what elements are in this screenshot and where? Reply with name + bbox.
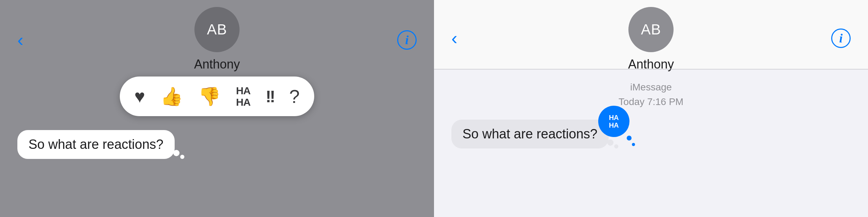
- reaction-heart[interactable]: ♥: [134, 86, 145, 107]
- bubble-wrap-right: So what are reactions? HAHA: [451, 120, 609, 148]
- nav-bar-right: ‹ AB Anthony i: [434, 0, 868, 70]
- contact-center-left: AB Anthony: [194, 7, 240, 72]
- timestamp: iMessage Today 7:16 PM: [619, 80, 684, 109]
- reaction-thumbsup[interactable]: 👍: [160, 86, 183, 107]
- panel-right: ‹ AB Anthony i iMessage Today 7:16 PM So…: [434, 0, 868, 217]
- contact-name-left: Anthony: [194, 57, 240, 72]
- contact-center-right: AB Anthony: [628, 7, 674, 72]
- nav-bar-left: ‹ AB Anthony i: [0, 0, 434, 73]
- reaction-exclaim[interactable]: !!: [266, 87, 274, 106]
- back-button-right[interactable]: ‹: [451, 29, 457, 47]
- reaction-picker: ♥ 👍 👎 HAHA !! ?: [120, 77, 314, 116]
- nav-divider: [434, 69, 868, 69]
- back-button-left[interactable]: ‹: [17, 31, 23, 49]
- avatar-right[interactable]: AB: [628, 7, 674, 52]
- haha-badge-dot: [632, 143, 635, 146]
- message-bubble-right: So what are reactions?: [451, 120, 609, 148]
- avatar-left[interactable]: AB: [194, 7, 240, 52]
- info-button-right[interactable]: i: [831, 29, 851, 48]
- panel-left: ‹ AB Anthony i ♥ 👍 👎 HAHA !! ? So what a…: [0, 0, 434, 217]
- haha-reaction-badge[interactable]: HAHA: [598, 106, 629, 137]
- message-area-right: iMessage Today 7:16 PM So what are react…: [434, 70, 868, 217]
- message-bubble-left: So what are reactions?: [17, 130, 175, 159]
- reaction-haha[interactable]: HAHA: [236, 85, 250, 108]
- reaction-question[interactable]: ?: [289, 86, 300, 107]
- reaction-thumbsdown[interactable]: 👎: [198, 86, 221, 107]
- info-button-left[interactable]: i: [397, 30, 417, 50]
- message-area-left: So what are reactions?: [0, 123, 434, 159]
